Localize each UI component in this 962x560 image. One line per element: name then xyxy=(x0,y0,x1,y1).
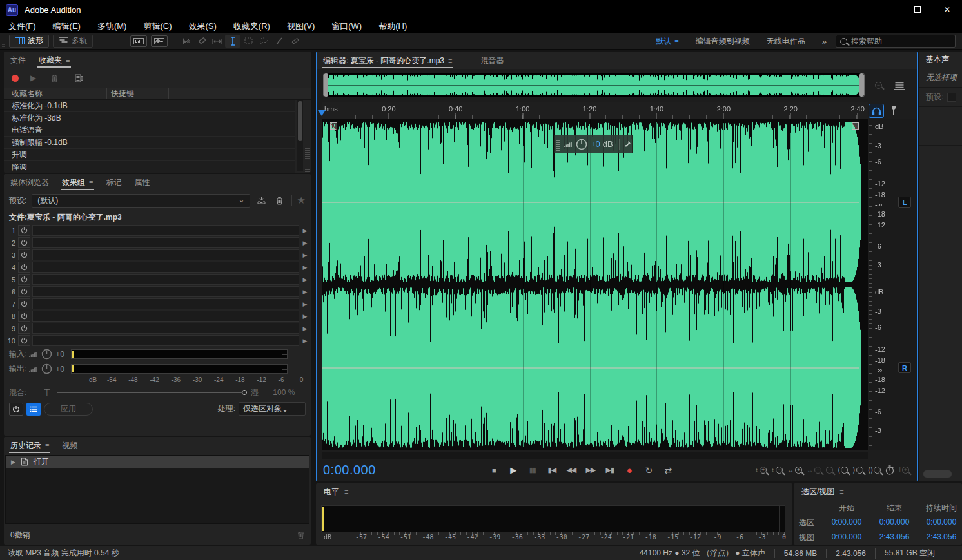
workspace-edit-audio-to-video[interactable]: 编辑音频到视频 xyxy=(696,36,750,47)
pause-button[interactable]: ▮▮ xyxy=(524,463,541,478)
menu-edit[interactable]: 编辑(E) xyxy=(44,21,89,32)
menu-file[interactable]: 文件(F) xyxy=(0,21,44,32)
fade-out-handle[interactable] xyxy=(852,122,859,130)
favorite-item[interactable]: 降调 xyxy=(4,161,295,173)
favorites-trash-button[interactable] xyxy=(48,72,61,84)
timer-record-button[interactable] xyxy=(885,463,894,478)
effect-slot-power-button[interactable] xyxy=(18,225,30,236)
mix-slider-knob[interactable] xyxy=(242,390,247,395)
tab-mixer[interactable]: 混音器 xyxy=(474,52,510,69)
close-button[interactable]: ✕ xyxy=(932,0,962,19)
effect-slot-well[interactable] xyxy=(32,323,299,334)
favorites-record-button[interactable] xyxy=(12,75,19,82)
record-button[interactable]: ● xyxy=(621,463,638,478)
workspace-default[interactable]: 默认≡ xyxy=(656,36,678,47)
view-end[interactable]: 2:43.056 xyxy=(871,532,918,543)
menu-window[interactable]: 窗口(W) xyxy=(323,21,370,32)
hud-grip[interactable] xyxy=(556,137,560,151)
favorite-star-icon[interactable]: ★ xyxy=(297,195,306,206)
marker-dropper-icon[interactable] xyxy=(890,106,897,116)
go-to-start-button[interactable]: ▮◀ xyxy=(544,463,560,478)
rewind-button[interactable]: ◀◀ xyxy=(563,463,580,478)
col-shortcut[interactable]: 快捷键 xyxy=(107,88,169,99)
favorites-edit-list-button[interactable] xyxy=(72,72,85,84)
fade-in-handle[interactable] xyxy=(330,122,337,130)
favorites-play-button[interactable]: ▶ xyxy=(30,73,36,82)
effect-slot-power-button[interactable] xyxy=(18,298,30,309)
selection-duration[interactable]: 0:00.000 xyxy=(918,517,962,528)
panel-menu-icon[interactable]: ≡ xyxy=(89,179,93,186)
effect-slot-arrow-icon[interactable]: ▶ xyxy=(299,313,311,320)
essential-scrollbar-thumb[interactable] xyxy=(923,470,952,478)
gain-hud[interactable]: +0 dB xyxy=(554,135,633,153)
right-channel-badge[interactable]: R xyxy=(898,362,911,373)
effect-slot-arrow-icon[interactable]: ▶ xyxy=(299,338,311,344)
mix-slider[interactable] xyxy=(57,392,244,393)
fast-forward-button[interactable]: ▶▶ xyxy=(582,463,599,478)
effect-slot-power-button[interactable] xyxy=(18,286,30,297)
zoom-out-point-button[interactable]: ⟩ xyxy=(852,463,863,478)
process-dropdown[interactable]: 仅选区对象⌄ xyxy=(239,402,306,416)
tab-effects-rack[interactable]: 效果组≡ xyxy=(55,174,99,191)
hud-gain-knob[interactable] xyxy=(576,139,587,150)
minimize-button[interactable]: — xyxy=(873,0,903,19)
input-gain-knob[interactable] xyxy=(41,349,52,360)
panel-menu-icon[interactable]: ≡ xyxy=(839,488,843,496)
effect-slot-well[interactable] xyxy=(32,286,299,297)
monitor-headphones-button[interactable] xyxy=(869,104,884,118)
menu-multitrack[interactable]: 多轨(M) xyxy=(89,21,135,32)
zoom-navigator[interactable] xyxy=(323,73,865,97)
full-zoom-button[interactable]: I+ xyxy=(899,463,909,478)
marquee-tool-button[interactable] xyxy=(240,35,256,48)
menu-effects[interactable]: 效果(S) xyxy=(181,21,225,32)
horizontal-scrollbar[interactable] xyxy=(322,452,868,459)
timeline-ruler[interactable]: hms 0:200:401:001:201:402:002:202:40 xyxy=(322,102,868,119)
preset-dropdown[interactable]: (默认)⌄ xyxy=(32,194,250,208)
effect-slot-arrow-icon[interactable]: ▶ xyxy=(299,252,311,258)
zoom-selection-button[interactable]: ⟨⟩ xyxy=(868,463,881,478)
loop-playback-button[interactable]: ↻ xyxy=(640,463,657,478)
search-help-box[interactable] xyxy=(836,35,956,48)
rack-list-toggle-button[interactable] xyxy=(26,403,41,416)
waveform-display[interactable]: +0 dB xyxy=(322,119,868,450)
hud-gain-value[interactable]: +0 xyxy=(591,139,600,149)
view-start[interactable]: 0:00.000 xyxy=(822,532,871,543)
tab-editor[interactable]: 编辑器: 夏宝乐 - 阿哥的心变了.mp3≡ xyxy=(317,52,458,69)
apply-button[interactable]: 应用 xyxy=(44,403,93,416)
menu-view[interactable]: 视图(V) xyxy=(279,21,323,32)
effect-slot-power-button[interactable] xyxy=(18,335,30,346)
menu-help[interactable]: 帮助(H) xyxy=(370,21,415,32)
go-to-end-button[interactable]: ▶▮ xyxy=(602,463,618,478)
playhead[interactable] xyxy=(322,119,322,450)
selection-end[interactable]: 0:00.000 xyxy=(871,517,918,528)
navigator-left-handle[interactable] xyxy=(324,73,328,97)
pin-hud-icon[interactable] xyxy=(624,140,631,148)
playhead-handle[interactable] xyxy=(318,110,326,120)
move-tool-button[interactable] xyxy=(179,35,194,48)
workspace-overflow-button[interactable]: » xyxy=(822,37,827,46)
favorite-item[interactable]: 标准化为 -0.1dB xyxy=(4,100,295,112)
playhead-time-display[interactable]: 0:00.000 xyxy=(323,463,376,478)
zoom-out-horizontal-button[interactable]: ↔− xyxy=(807,463,821,478)
effect-slot-well[interactable] xyxy=(32,225,299,236)
favorites-scrollbar[interactable] xyxy=(297,100,303,171)
effect-slot-power-button[interactable] xyxy=(18,237,30,248)
zoom-in-vertical-button[interactable]: ↕+ xyxy=(755,463,767,478)
history-item-open[interactable]: ▶ 打开 xyxy=(6,456,309,468)
zoom-reset-button[interactable]: − xyxy=(826,463,833,478)
maximize-button[interactable] xyxy=(903,0,932,19)
delete-preset-button[interactable] xyxy=(273,194,286,207)
toolbar-grip[interactable] xyxy=(2,35,5,47)
tab-markers[interactable]: 标记 xyxy=(99,174,128,191)
tab-history[interactable]: 历史记录≡ xyxy=(4,437,55,454)
workspace-radio-production[interactable]: 无线电作品 xyxy=(767,36,805,47)
essential-preset-box[interactable] xyxy=(947,93,956,102)
zoom-out-vertical-button[interactable]: ↕− xyxy=(771,463,783,478)
effect-slot-power-button[interactable] xyxy=(18,311,30,322)
panel-menu-icon[interactable]: ≡ xyxy=(448,57,452,64)
navigator-zoom-out-full-button[interactable]: − xyxy=(875,78,882,92)
effect-slot-arrow-icon[interactable]: ▶ xyxy=(299,325,311,332)
effect-slot-well[interactable] xyxy=(32,274,299,285)
left-channel-badge[interactable]: L xyxy=(898,197,911,208)
output-gain-knob[interactable] xyxy=(41,363,52,374)
